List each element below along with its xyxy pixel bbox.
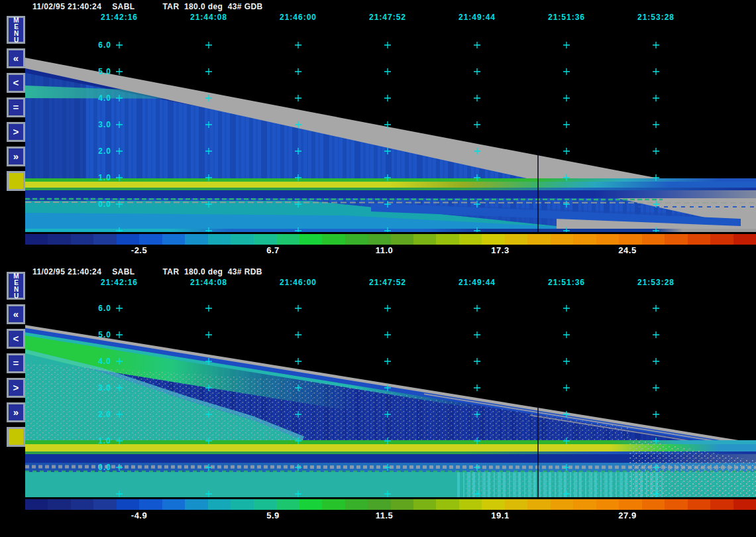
step-forward-button[interactable]: > bbox=[7, 378, 25, 398]
colorbar-block bbox=[208, 234, 231, 245]
time-tick-label: 21:47:52 bbox=[369, 13, 406, 22]
panel-header: 11/02/95 21:40:24SABLTAR 180.0 deg 43# R… bbox=[32, 267, 262, 276]
colorbar-labels: -2.56.711.017.324.5 bbox=[25, 245, 756, 256]
color-swatch-button[interactable] bbox=[7, 427, 25, 447]
colorbar-tick-label: 27.9 bbox=[618, 510, 636, 520]
time-tick-label: 21:49:44 bbox=[459, 13, 496, 22]
colorbar bbox=[25, 499, 756, 510]
colorbar-block bbox=[505, 499, 527, 510]
colorbar-tick-label: 11.5 bbox=[376, 510, 394, 520]
colorbar-block bbox=[642, 499, 665, 510]
colorbar-block bbox=[459, 499, 482, 510]
header-info: TAR 180.0 deg 43# RDB bbox=[163, 267, 262, 276]
colorbar-block bbox=[276, 234, 299, 245]
colorbar-block bbox=[139, 234, 162, 245]
colorbar-block bbox=[413, 234, 436, 245]
colorbar-block bbox=[117, 499, 139, 510]
panel-gdb: 11/02/95 21:40:24SABLTAR 180.0 deg 43# G… bbox=[0, 0, 756, 265]
time-tick-label: 21:44:08 bbox=[190, 278, 227, 287]
colorbar-block bbox=[162, 499, 185, 510]
colorbar-block bbox=[368, 499, 390, 510]
colorbar-block bbox=[688, 499, 710, 510]
time-tick-label: 21:51:36 bbox=[548, 278, 585, 287]
colorbar-block bbox=[71, 234, 93, 245]
colorbar-block bbox=[25, 234, 48, 245]
time-tick-label: 21:51:36 bbox=[548, 13, 585, 22]
time-tick-label: 21:49:44 bbox=[459, 278, 496, 287]
altitude-tick-label: 4.0 bbox=[98, 357, 111, 366]
altitude-tick-label: 2.0 bbox=[98, 147, 111, 156]
jump-back-button[interactable]: « bbox=[7, 48, 25, 68]
colorbar-block bbox=[482, 499, 504, 510]
time-tick-label: 21:47:52 bbox=[369, 278, 406, 287]
colorbar bbox=[25, 234, 756, 245]
colorbar-block bbox=[25, 499, 48, 510]
colorbar-block bbox=[185, 499, 207, 510]
colorbar-block bbox=[391, 499, 413, 510]
altitude-tick-label: 0.0 bbox=[98, 463, 111, 472]
plot-heatmap-rdb[interactable] bbox=[25, 287, 756, 497]
colorbar-block bbox=[596, 234, 619, 245]
altitude-tick-label: 6.0 bbox=[98, 40, 111, 50]
altitude-tick-label: 5.0 bbox=[98, 330, 111, 339]
colorbar-block bbox=[185, 234, 207, 245]
colorbar-block bbox=[710, 234, 733, 245]
colorbar-block bbox=[322, 499, 345, 510]
colorbar-block bbox=[71, 499, 93, 510]
colorbar-block bbox=[596, 499, 619, 510]
pause-button[interactable]: = bbox=[7, 97, 25, 117]
colorbar-tick-label: -2.5 bbox=[131, 245, 147, 255]
colorbar-block bbox=[733, 499, 756, 510]
time-tick-label: 21:46:00 bbox=[280, 13, 317, 22]
altitude-tick-label: 1.0 bbox=[98, 173, 111, 182]
colorbar-block bbox=[208, 499, 231, 510]
colorbar-block bbox=[551, 234, 573, 245]
jump-forward-button[interactable]: » bbox=[7, 402, 25, 422]
time-tick-label: 21:53:28 bbox=[637, 13, 675, 22]
altitude-tick-label: 3.0 bbox=[98, 120, 111, 129]
altitude-tick-label: 6.0 bbox=[98, 304, 111, 313]
colorbar-block bbox=[299, 499, 322, 510]
plot-heatmap-gdb[interactable] bbox=[25, 22, 756, 232]
color-swatch-button[interactable] bbox=[7, 171, 25, 191]
step-forward-button[interactable]: > bbox=[7, 122, 25, 142]
step-back-button[interactable]: < bbox=[7, 73, 25, 93]
colorbar-block bbox=[573, 499, 596, 510]
colorbar-tick-label: 11.0 bbox=[376, 245, 394, 255]
colorbar-block bbox=[665, 234, 687, 245]
colorbar-block bbox=[482, 234, 504, 245]
colorbar-block bbox=[345, 234, 368, 245]
colorbar-block bbox=[162, 234, 185, 245]
colorbar-block bbox=[322, 234, 345, 245]
colorbar-block bbox=[413, 499, 436, 510]
panel-header: 11/02/95 21:40:24SABLTAR 180.0 deg 43# G… bbox=[32, 2, 263, 11]
colorbar-block bbox=[642, 234, 665, 245]
colorbar-block bbox=[710, 499, 733, 510]
colorbar-block bbox=[231, 234, 253, 245]
jump-forward-button[interactable]: » bbox=[7, 147, 25, 166]
menu-button[interactable]: MENU bbox=[7, 272, 25, 300]
colorbar-block bbox=[48, 234, 70, 245]
colorbar-block bbox=[139, 499, 162, 510]
colorbar-block bbox=[391, 234, 413, 245]
colorbar-block bbox=[93, 499, 116, 510]
header-datetime: 11/02/95 21:40:24 bbox=[32, 2, 101, 11]
jump-back-button[interactable]: « bbox=[7, 304, 25, 324]
altitude-tick-label: 2.0 bbox=[98, 410, 111, 419]
colorbar-tick-label: 17.3 bbox=[491, 245, 509, 255]
colorbar-block bbox=[505, 234, 527, 245]
altitude-tick-label: 3.0 bbox=[98, 383, 111, 392]
header-system: SABL bbox=[112, 2, 135, 11]
header-info: TAR 180.0 deg 43# GDB bbox=[163, 2, 263, 11]
colorbar-block bbox=[733, 234, 756, 245]
colorbar-tick-label: 19.1 bbox=[491, 510, 509, 520]
altitude-tick-label: 4.0 bbox=[98, 93, 111, 103]
colorbar-block bbox=[436, 234, 459, 245]
header-datetime: 11/02/95 21:40:24 bbox=[32, 267, 101, 276]
colorbar-block bbox=[254, 499, 276, 510]
pause-button[interactable]: = bbox=[7, 353, 25, 373]
step-back-button[interactable]: < bbox=[7, 329, 25, 349]
menu-button[interactable]: MENU bbox=[7, 16, 25, 44]
colorbar-block bbox=[93, 234, 116, 245]
colorbar-block bbox=[459, 234, 482, 245]
